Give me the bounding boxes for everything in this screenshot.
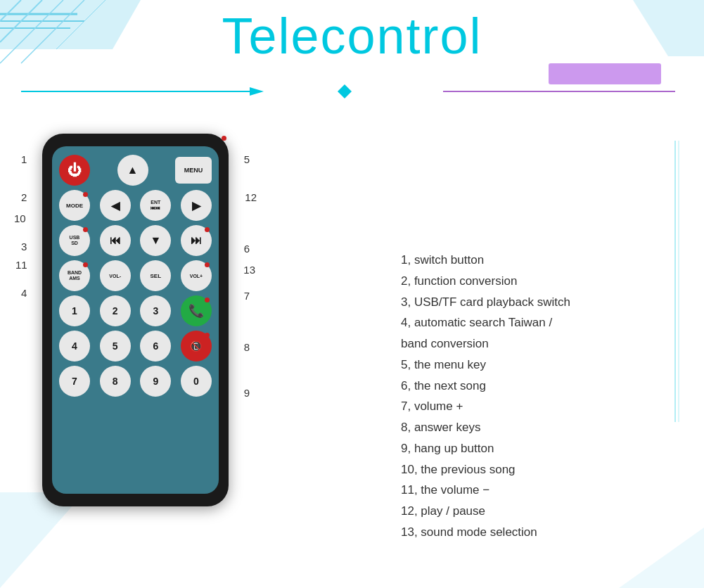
key-0-button[interactable]: 0 <box>181 366 212 397</box>
usb-sd-button[interactable]: USBSD <box>59 225 90 256</box>
callout-13: 13 <box>243 264 255 276</box>
key-5-button[interactable]: 5 <box>100 331 131 362</box>
right-button[interactable] <box>181 190 212 221</box>
svg-marker-16 <box>619 528 704 588</box>
sel-button[interactable]: SEL <box>140 260 171 291</box>
next-button[interactable]: ⏭ <box>181 225 212 256</box>
callout-2: 2 <box>21 191 27 203</box>
page-title: Telecontrol <box>222 8 482 64</box>
svg-rect-9 <box>549 63 661 84</box>
key-7-button[interactable]: 7 <box>59 366 90 397</box>
desc-item-9: 9, hang up button <box>401 438 570 459</box>
key-9-button[interactable]: 9 <box>140 366 171 397</box>
ent-pause-button[interactable]: ENT⏮⏭ <box>140 190 171 221</box>
key-3-button[interactable]: 3 <box>140 295 171 326</box>
remote-control: 1 2 10 3 11 4 5 12 6 13 7 8 9 <box>42 134 229 506</box>
callout-1: 1 <box>21 153 27 165</box>
key-8-button[interactable]: 8 <box>100 366 131 397</box>
callout-3: 3 <box>21 241 27 253</box>
mode-button[interactable]: MODE <box>59 190 90 221</box>
desc-item-13: 13, sound mode selection <box>401 522 570 543</box>
svg-marker-15 <box>0 492 84 588</box>
desc-item-12: 12, play / pause <box>401 501 570 522</box>
desc-item-7: 7, volume + <box>401 396 570 417</box>
svg-marker-12 <box>250 87 264 96</box>
left-button[interactable] <box>100 190 131 221</box>
menu-button[interactable]: MENU <box>175 157 212 184</box>
desc-item-11: 11, the volume − <box>401 480 570 501</box>
vol-plus-button[interactable]: VOL+ <box>181 260 212 291</box>
desc-item-8: 8, answer keys <box>401 417 570 438</box>
desc-item-4b: band conversion <box>401 333 570 354</box>
key-4-button[interactable]: 4 <box>59 331 90 362</box>
desc-item-5: 5, the menu key <box>401 354 570 376</box>
up-button[interactable] <box>117 155 148 186</box>
desc-item-3: 3, USB/TF card playback switch <box>401 292 570 313</box>
prev-button[interactable]: ⏮ <box>100 225 131 256</box>
hangup-button[interactable]: 📵 <box>181 331 212 362</box>
answer-button[interactable]: 📞 <box>181 295 212 326</box>
description-list: 1, switch button 2, function conversion … <box>401 250 570 543</box>
callout-8: 8 <box>244 341 250 353</box>
desc-item-1: 1, switch button <box>401 250 570 271</box>
key-2-button[interactable]: 2 <box>100 295 131 326</box>
callout-4: 4 <box>21 287 27 299</box>
callout-6: 6 <box>244 243 250 255</box>
callout-11: 11 <box>15 259 27 271</box>
vol-minus-button[interactable]: VOL- <box>100 260 131 291</box>
key-6-button[interactable]: 6 <box>140 331 171 362</box>
remote-body: ⏻ MENU MODE ENT⏮⏭ <box>42 134 229 506</box>
desc-item-10: 10, the previous song <box>401 459 570 480</box>
callout-5: 5 <box>244 153 250 165</box>
band-ams-button[interactable]: BANDAMS <box>59 260 90 291</box>
svg-marker-14 <box>338 84 352 98</box>
power-button[interactable]: ⏻ <box>59 155 90 186</box>
callout-10: 10 <box>14 212 26 224</box>
down-button[interactable] <box>140 225 171 256</box>
desc-item-4: 4, automatic search Taiwan / <box>401 312 570 333</box>
key-1-button[interactable]: 1 <box>59 295 90 326</box>
callout-7: 7 <box>244 290 250 302</box>
desc-item-6: 6, the next song <box>401 376 570 397</box>
callout-9: 9 <box>244 387 250 399</box>
desc-item-2: 2, function conversion <box>401 271 570 292</box>
callout-12: 12 <box>245 191 257 203</box>
